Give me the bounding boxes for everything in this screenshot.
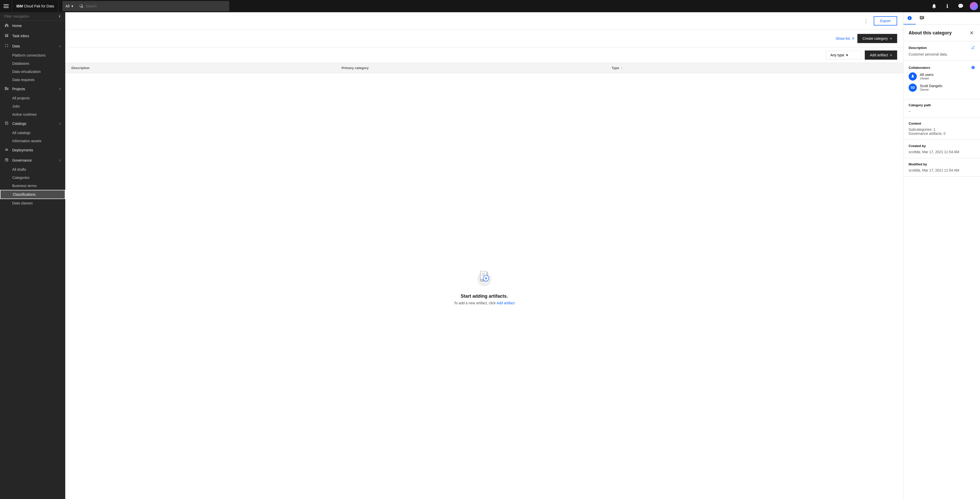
sidebar: ⬇ Home Task inbox [0, 12, 65, 499]
sidebar-item-data-requests[interactable]: Data requests [0, 76, 65, 84]
top-nav-icons: ℹ 💬 [928, 0, 980, 12]
sidebar-data-label: Data [12, 44, 56, 48]
info-tab-details[interactable] [904, 12, 916, 24]
category-path-label: Category path [908, 103, 931, 107]
sidebar-item-projects[interactable]: Projects ∧ [0, 84, 65, 94]
collaborator-item-scott: SD Scott Dangelo Owner [908, 84, 975, 92]
governance-chevron-icon: ∧ [59, 159, 61, 162]
right-panel-close-button[interactable]: ✕ [969, 29, 975, 37]
info-tab-chat[interactable] [916, 12, 928, 24]
top-navigation: IBM Cloud Pak for Data All ▾ ℹ 💬 [0, 0, 980, 12]
all-users-icon [910, 74, 915, 79]
sidebar-item-deployments[interactable]: Deployments [0, 145, 65, 155]
notifications-button[interactable] [928, 0, 940, 12]
export-button[interactable]: Export [874, 16, 897, 25]
sidebar-item-data-classes[interactable]: Data classes [0, 199, 65, 207]
created-by-label: Created by [908, 144, 926, 148]
sidebar-filter-area: ⬇ [0, 12, 65, 21]
sidebar-filter-input[interactable] [4, 14, 56, 18]
sidebar-item-all-projects[interactable]: All projects [0, 94, 65, 102]
avatar [970, 2, 978, 10]
sidebar-item-data[interactable]: Data ∧ [0, 41, 65, 51]
search-input[interactable] [85, 4, 226, 8]
sidebar-item-catalogs[interactable]: Catalogs ∧ [0, 119, 65, 129]
search-box[interactable] [76, 1, 229, 11]
scott-role: Owner [920, 88, 942, 92]
type-sort-icon: ↑ [621, 67, 622, 70]
sidebar-item-classifications[interactable]: Classifications [0, 190, 65, 199]
sidebar-item-all-drafts[interactable]: All drafts [0, 165, 65, 173]
table-header: Description Primary category Type ↑ [65, 63, 903, 73]
sidebar-item-databases[interactable]: Databases [0, 59, 65, 68]
type-filter-dropdown[interactable]: Any type ▾ [826, 51, 862, 59]
hamburger-menu[interactable] [0, 0, 12, 12]
create-category-button[interactable]: Create category + [858, 34, 897, 43]
add-artifact-plus-icon: + [890, 53, 892, 57]
sidebar-task-inbox-label: Task inbox [12, 34, 61, 38]
sidebar-governance-label: Governance [12, 158, 56, 162]
sidebar-item-active-runtimes[interactable]: Active runtimes [0, 110, 65, 119]
collaborators-label: Collaborators [908, 66, 930, 70]
add-artifact-link[interactable]: Add artifact [496, 301, 515, 305]
right-panel: About this category ✕ Description [904, 25, 980, 176]
svg-rect-1 [3, 6, 9, 6]
projects-chevron-icon: ∧ [59, 87, 61, 91]
sidebar-item-governance[interactable]: Governance ∧ [0, 155, 65, 165]
created-by-value: scottda, Mar 17, 2021 11:54 AM [908, 150, 975, 154]
empty-state-icon [474, 267, 495, 288]
more-options-button[interactable]: ⋮ [861, 17, 871, 25]
panel-section-category-path: Category path – [904, 99, 980, 118]
sidebar-item-platform-connections[interactable]: Platform connections [0, 51, 65, 59]
app-brand: IBM Cloud Pak for Data [12, 0, 58, 12]
chat-icon [920, 16, 924, 21]
svg-point-4 [7, 44, 8, 45]
sidebar-item-data-virtualization[interactable]: Data virtualization [0, 68, 65, 76]
sidebar-item-information-assets[interactable]: Information assets [0, 137, 65, 145]
sidebar-item-jobs[interactable]: Jobs [0, 102, 65, 110]
catalogs-chevron-icon: ∧ [59, 122, 61, 126]
info-button[interactable]: ℹ [941, 0, 953, 12]
svg-point-3 [5, 44, 6, 45]
type-filter-chevron-icon: ▾ [846, 53, 848, 57]
sidebar-item-home[interactable]: Home [0, 21, 65, 31]
collaborator-item-all-users: All users Viewer [908, 72, 975, 81]
search-scope-selector[interactable]: All ▾ [62, 1, 76, 11]
info-icon [907, 16, 912, 21]
projects-icon [4, 86, 9, 92]
panel-section-collaborators: Collaborators ⊕ All users Viewer [904, 60, 980, 99]
all-users-avatar [908, 72, 917, 81]
data-chevron-icon: ∧ [59, 44, 61, 48]
category-path-value: – [908, 109, 975, 113]
sidebar-item-task-inbox[interactable]: Task inbox [0, 31, 65, 41]
sidebar-catalogs-label: Catalogs [12, 122, 56, 126]
show-list-button[interactable]: Show list ≡ [836, 36, 854, 41]
task-inbox-icon [4, 33, 9, 38]
add-artifact-button[interactable]: Add artifact + [865, 51, 897, 60]
search-icon [79, 4, 83, 8]
sidebar-filter-chevron[interactable]: ⬇ [58, 14, 61, 18]
panel-section-created-by: Created by scottda, Mar 17, 2021 11:54 A… [904, 140, 980, 158]
chat-button[interactable]: 💬 [955, 0, 967, 12]
all-users-role: Viewer [920, 77, 934, 80]
filter-row: Any type ▾ Add artifact + [65, 48, 903, 63]
sidebar-item-business-terms[interactable]: Business terms [0, 182, 65, 190]
description-edit-button[interactable] [971, 45, 975, 50]
description-value: Customer personal data. [908, 52, 975, 56]
description-label: Description [908, 46, 927, 50]
info-panel-tabs [904, 12, 980, 25]
svg-rect-2 [3, 7, 9, 8]
governance-icon [4, 158, 9, 163]
col-primary-category: Primary category [342, 66, 612, 70]
sidebar-item-categories[interactable]: Categories [0, 173, 65, 182]
panel-section-content: Content Subcategories: 1 Governance arti… [904, 118, 980, 140]
collaborators-add-button[interactable]: ⊕ [971, 65, 975, 70]
sidebar-item-all-catalogs[interactable]: All catalogs [0, 129, 65, 137]
show-list-icon: ≡ [852, 36, 854, 41]
col-type[interactable]: Type ↑ [612, 66, 882, 70]
subcategories-value: Subcategories: 1 [908, 127, 975, 132]
scott-name: Scott Dangelo [920, 84, 942, 88]
panel-section-modified-by: Modified by scottda, Mar 17, 2021 11:54 … [904, 158, 980, 176]
search-area: All ▾ [58, 1, 928, 11]
user-avatar[interactable] [968, 0, 980, 12]
main-layout: ⬇ Home Task inbox [0, 12, 980, 499]
